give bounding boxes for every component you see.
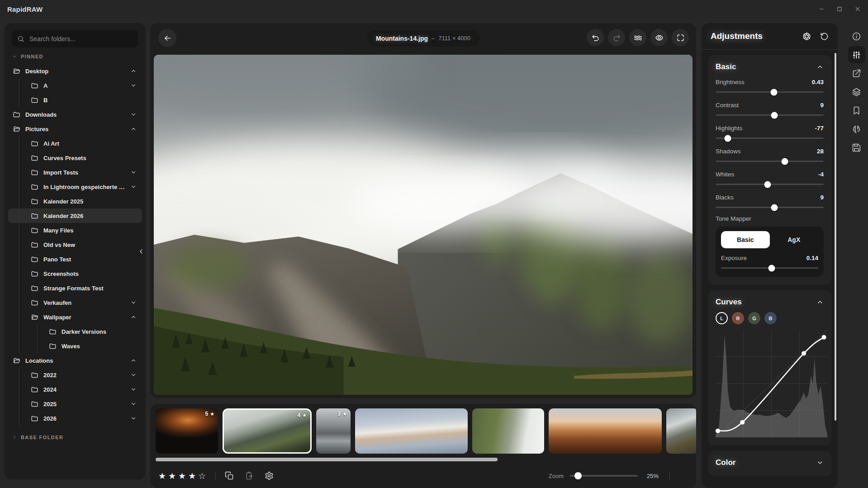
slider-track[interactable] <box>716 161 824 162</box>
base-folder-header[interactable]: BASE FOLDER <box>12 435 138 440</box>
star-filled-icon[interactable]: ★ <box>178 471 186 481</box>
preview-eye-button[interactable] <box>650 29 668 46</box>
sidebar-item-downloads[interactable]: Downloads <box>8 107 142 122</box>
slider-thumb[interactable] <box>725 135 731 142</box>
curve-channel-b[interactable]: B <box>764 312 777 324</box>
tool-adjustments-button[interactable] <box>848 46 865 63</box>
filmstrip-thumb-orange-mountain-sunset[interactable] <box>549 408 662 454</box>
star-filled-icon[interactable]: ★ <box>188 471 196 481</box>
folder-label: Old vs New <box>43 242 75 248</box>
tool-export-button[interactable] <box>848 65 865 82</box>
slider-thumb[interactable] <box>764 181 771 188</box>
slider-track[interactable] <box>716 184 824 185</box>
slider-track[interactable] <box>716 207 824 208</box>
star-outline-icon[interactable]: ☆ <box>198 471 206 481</box>
filmstrip-thumb-aerial-green-road[interactable] <box>472 408 544 454</box>
sidebar-item-ai-art[interactable]: Ai Art <box>8 136 142 151</box>
filmstrip-thumb-snow-ridge-sunrise[interactable] <box>355 408 468 454</box>
color-section-header[interactable]: Color <box>716 458 824 467</box>
sidebar-item-pano-test[interactable]: Pano Test <box>8 252 142 266</box>
filmstrip-thumb-city-night-fire[interactable]: 5★ <box>156 408 218 454</box>
sidebar-item-curves-presets[interactable]: Curves Presets <box>8 151 142 165</box>
settings-icon[interactable] <box>265 471 274 480</box>
pinned-section-header[interactable]: PINNED <box>12 54 138 59</box>
slider-thumb[interactable] <box>771 204 778 211</box>
filmstrip-toolbar: ★★★★☆ Zoom 25% <box>158 467 689 484</box>
slider-thumb[interactable] <box>771 112 778 118</box>
close-icon <box>854 6 861 12</box>
slider-track[interactable] <box>716 91 824 93</box>
sidebar-item-2026[interactable]: 2026 <box>8 411 142 426</box>
tone-mapper-option-agx[interactable]: AgX <box>770 231 819 248</box>
sidebar-item-many-files[interactable]: Many Files <box>8 223 142 237</box>
star-filled-icon[interactable]: ★ <box>158 471 166 481</box>
sidebar-item-darker-versions[interactable]: Darker Versions <box>8 324 142 339</box>
toolbar-divider <box>669 471 670 480</box>
close-button[interactable] <box>854 6 861 12</box>
sidebar-item-locations[interactable]: Locations <box>8 353 142 368</box>
sidebar-item-in-lightroom-gespeicherte[interactable]: In Lightroom gespeicherte … <box>8 180 142 194</box>
sidebar-item-2025[interactable]: 2025 <box>8 397 142 411</box>
curve-channel-g[interactable]: G <box>748 312 760 324</box>
tool-bookmark-button[interactable] <box>848 102 865 119</box>
tool-save-button[interactable] <box>848 139 865 156</box>
rating-stars[interactable]: ★★★★☆ <box>158 471 206 481</box>
tool-info-button[interactable] <box>848 28 865 45</box>
slider-thumb[interactable] <box>768 265 775 271</box>
basic-section-header[interactable]: Basic <box>716 62 824 71</box>
filmstrip-scrollbar[interactable] <box>156 458 498 461</box>
sidebar-item-wallpaper[interactable]: Wallpaper <box>8 310 142 324</box>
adjustments-panel: Adjustments Basic Brightness0.43Contrast… <box>702 23 838 488</box>
slider-thumb[interactable] <box>781 158 788 165</box>
redo-button[interactable] <box>608 29 625 46</box>
sidebar-item-pictures[interactable]: Pictures <box>8 122 142 136</box>
zoom-slider[interactable] <box>570 475 638 477</box>
folder-search[interactable] <box>12 30 138 47</box>
minimize-button[interactable] <box>818 6 825 12</box>
paste-icon[interactable] <box>245 471 254 480</box>
curves-section-header[interactable]: Curves <box>716 298 824 307</box>
tree-indent-guide <box>19 295 19 310</box>
slider-track[interactable] <box>721 267 818 269</box>
sidebar-item-2024[interactable]: 2024 <box>8 382 142 397</box>
zoom-slider-thumb[interactable] <box>574 472 582 479</box>
tone-mapper-option-basic[interactable]: Basic <box>721 231 770 248</box>
copy-icon[interactable] <box>225 471 234 480</box>
fullscreen-button[interactable] <box>672 29 689 46</box>
sidebar-item-old-vs-new[interactable]: Old vs New <box>8 237 142 252</box>
search-input[interactable] <box>28 35 133 43</box>
sidebar-item-a[interactable]: A <box>8 78 142 93</box>
sidebar-item-kalender-2026[interactable]: Kalender 2026 <box>8 208 142 223</box>
reset-icon[interactable] <box>820 32 829 41</box>
adjustments-scrollbar[interactable] <box>835 53 836 421</box>
filmstrip-thumb-city-skyline-bw[interactable]: 3★ <box>316 408 351 454</box>
sidebar-item-kalender-2025[interactable]: Kalender 2025 <box>8 194 142 208</box>
undo-button[interactable] <box>587 29 604 46</box>
filmstrip-thumb-autumn-mountain-clouds[interactable] <box>666 408 696 454</box>
aperture-icon[interactable] <box>802 32 811 41</box>
star-filled-icon[interactable]: ★ <box>168 471 176 481</box>
filmstrip-thumb-green-mountain-clouds[interactable]: 4★ <box>223 408 312 454</box>
sidebar-item-strange-formats-test[interactable]: Strange Formats Test <box>8 281 142 295</box>
waves-button[interactable] <box>629 29 646 46</box>
tone-curve-chart[interactable] <box>716 330 824 437</box>
sidebar-item-b[interactable]: B <box>8 93 142 107</box>
sidebar-item-desktop[interactable]: Desktop <box>8 64 142 78</box>
tool-ai-button[interactable] <box>848 120 865 137</box>
slider-track[interactable] <box>716 137 824 139</box>
slider-track[interactable] <box>716 114 824 116</box>
sidebar-item-screenshots[interactable]: Screenshots <box>8 266 142 281</box>
curve-channel-r[interactable]: R <box>732 312 744 324</box>
back-button[interactable] <box>158 29 176 47</box>
collapse-filmstrip-chevron-down-icon[interactable] <box>681 472 689 480</box>
maximize-button[interactable] <box>836 6 843 12</box>
photo-canvas[interactable] <box>154 55 693 395</box>
slider-thumb[interactable] <box>771 89 778 95</box>
sidebar-item-verkaufen[interactable]: Verkaufen <box>8 295 142 310</box>
sidebar-item-waves[interactable]: Waves <box>8 339 142 353</box>
sidebar-item-2022[interactable]: 2022 <box>8 368 142 382</box>
curve-channel-l[interactable]: L <box>716 312 728 324</box>
tool-layers-button[interactable] <box>848 83 865 100</box>
sidebar-collapse-handle[interactable] <box>138 248 145 258</box>
sidebar-item-import-tests[interactable]: Import Tests <box>8 165 142 180</box>
